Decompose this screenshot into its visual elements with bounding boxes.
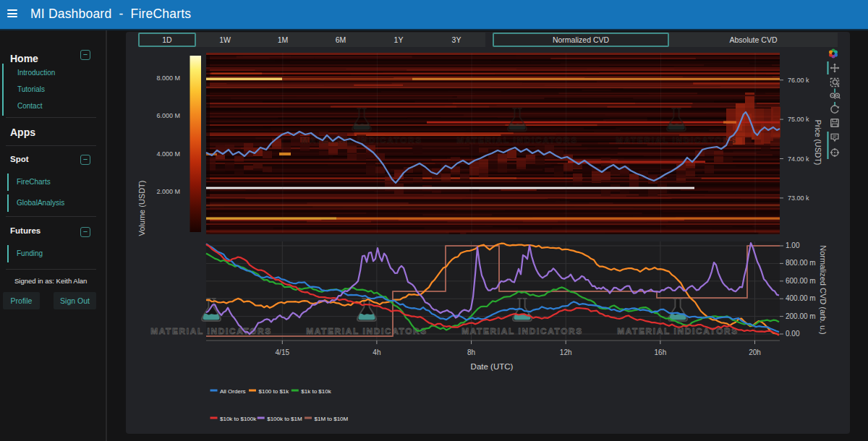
svg-text:$1M to $10M: $1M to $10M [315, 416, 349, 422]
svg-text:Normalized CVD (arb. u.): Normalized CVD (arb. u.) [819, 245, 827, 334]
svg-text:All Orders: All Orders [220, 388, 246, 395]
svg-text:8h: 8h [467, 348, 475, 356]
svg-text:2.000 M: 2.000 M [156, 188, 180, 195]
svg-text:MATERIAL INDICATORS: MATERIAL INDICATORS [616, 135, 737, 145]
svg-text:MATERIAL INDICATORS: MATERIAL INDICATORS [456, 135, 578, 145]
svg-text:74.00 k: 74.00 k [788, 155, 809, 163]
svg-text:MATERIAL INDICATORS: MATERIAL INDICATORS [306, 326, 427, 336]
svg-text:$1k to $10k: $1k to $10k [301, 388, 331, 395]
svg-text:75.00 k: 75.00 k [788, 116, 809, 123]
svg-text:$100 to $1k: $100 to $1k [259, 388, 290, 395]
svg-text:MATERIAL INDICATORS: MATERIAL INDICATORS [461, 326, 583, 336]
svg-text:4.000 M: 4.000 M [156, 150, 180, 158]
svg-text:$100k to $1M: $100k to $1M [267, 416, 302, 422]
svg-text:4h: 4h [373, 348, 380, 356]
svg-text:600.00 m: 600.00 m [786, 277, 816, 285]
svg-text:16h: 16h [655, 348, 667, 356]
svg-text:Date (UTC): Date (UTC) [471, 362, 514, 371]
svg-text:12h: 12h [560, 348, 572, 356]
svg-text:73.00 k: 73.00 k [788, 194, 809, 202]
svg-text:8.000 M: 8.000 M [156, 74, 180, 82]
svg-text:76.00 k: 76.00 k [788, 77, 809, 84]
svg-text:800.00 m: 800.00 m [786, 259, 816, 267]
svg-text:0.00: 0.00 [786, 330, 800, 338]
svg-text:200.00 m: 200.00 m [786, 312, 816, 320]
svg-text:Volume (USDT): Volume (USDT) [137, 180, 146, 236]
svg-text:1.00: 1.00 [786, 241, 800, 249]
svg-text:4/15: 4/15 [276, 348, 290, 356]
svg-text:6.000 M: 6.000 M [156, 112, 180, 119]
svg-text:Price (USDT): Price (USDT) [814, 120, 822, 165]
svg-text:20h: 20h [749, 348, 761, 356]
svg-text:$10k to $100k: $10k to $100k [220, 416, 257, 422]
svg-text:400.00 m: 400.00 m [786, 294, 816, 302]
